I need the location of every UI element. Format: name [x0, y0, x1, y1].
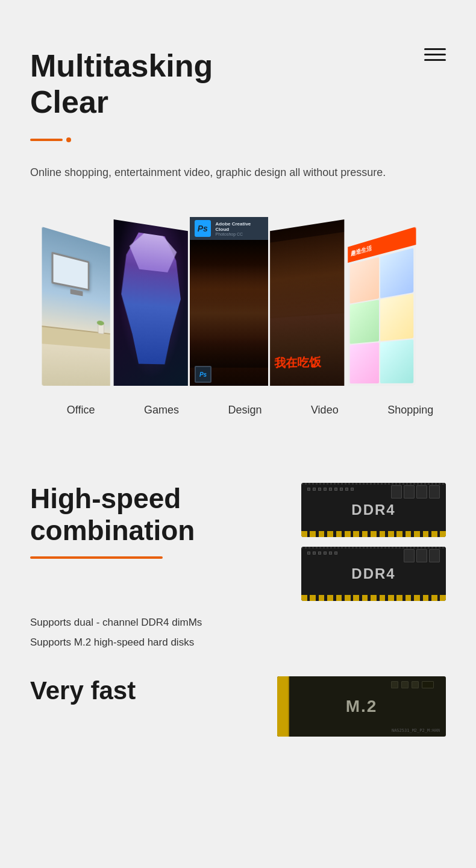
- subtitle-text: Online shopping, entertainment video, gr…: [30, 164, 428, 181]
- divider-dot: [66, 137, 71, 142]
- panels-row: Ps Adobe Creative Cloud Photoshop CC Ps …: [42, 217, 458, 386]
- main-title: Multitasking Clear: [30, 48, 446, 121]
- title-line2: Clear: [30, 84, 108, 119]
- category-video: Video: [311, 404, 339, 417]
- very-fast-row: Very fast M.2 NAS2531_M2_P2_M:HAN: [30, 676, 446, 737]
- title-divider: [30, 137, 446, 142]
- circuit-pattern-2: [307, 552, 355, 555]
- category-labels: Office Games Design Video Shopping: [24, 392, 476, 417]
- highspeed-title-line2: combination: [30, 515, 195, 546]
- category-shopping: Shopping: [387, 404, 433, 417]
- orange-underline: [30, 556, 163, 559]
- category-office: Office: [67, 404, 95, 417]
- highspeed-title: High-speed combination: [30, 483, 289, 547]
- highspeed-top: High-speed combination DDR4: [30, 483, 446, 601]
- ddr4-images: DDR4 DDR4: [301, 483, 446, 601]
- angled-panels: Ps Adobe Creative Cloud Photoshop CC Ps …: [42, 217, 458, 386]
- ddr4-label-1: DDR4: [351, 502, 395, 518]
- ddr4-chip-2: DDR4: [301, 547, 446, 601]
- ddr4-chip-1: DDR4: [301, 483, 446, 537]
- very-fast-title: Very fast: [30, 676, 136, 705]
- circuit-pattern: [307, 488, 355, 491]
- ddr4-label-2: DDR4: [351, 565, 395, 582]
- games-panel: [114, 219, 188, 386]
- category-games: Games: [144, 404, 179, 417]
- divider-long: [30, 139, 63, 141]
- m2-subtext: NAS2531_M2_P2_M:HAN: [392, 728, 440, 733]
- m2-large-label: M.2: [346, 697, 378, 716]
- highspeed-title-block: High-speed combination: [30, 483, 289, 577]
- multitask-section: Ps Adobe Creative Cloud Photoshop CC Ps …: [0, 205, 476, 435]
- shopping-panel: 趣造生活: [348, 227, 416, 386]
- title-line1: Multitasking: [30, 48, 213, 83]
- m2-large-chip: M.2 NAS2531_M2_P2_M:HAN: [277, 676, 446, 737]
- header-section: Multitasking Clear Online shopping, ente…: [0, 0, 476, 205]
- feature2: Supports M.2 high-speed hard disks: [30, 633, 446, 652]
- highspeed-features: Supports dual - channel DDR4 dimMs Suppo…: [30, 613, 446, 652]
- design-panel: Ps Adobe Creative Cloud Photoshop CC Ps: [190, 217, 268, 386]
- hamburger-button[interactable]: [424, 48, 446, 61]
- highspeed-section: High-speed combination DDR4: [0, 435, 476, 767]
- highspeed-title-line1: High-speed: [30, 483, 181, 514]
- feature1: Supports dual - channel DDR4 dimMs: [30, 613, 446, 632]
- office-panel: [42, 227, 110, 386]
- category-design: Design: [228, 404, 261, 417]
- video-panel: 我在吃饭: [270, 219, 344, 386]
